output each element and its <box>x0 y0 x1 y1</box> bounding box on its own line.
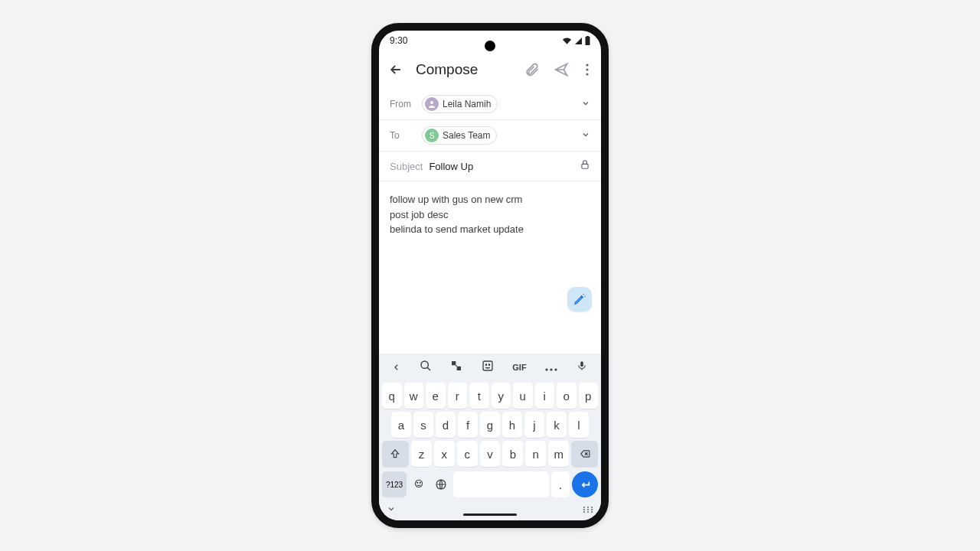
keyboard-grid-icon[interactable] <box>583 503 593 517</box>
translate-icon[interactable] <box>450 360 462 375</box>
keyboard-row-4: ?123 . <box>379 468 601 499</box>
avatar <box>425 97 439 111</box>
key-q[interactable]: q <box>382 383 402 409</box>
key-c[interactable]: c <box>457 441 478 467</box>
from-label: From <box>390 99 422 109</box>
attach-button[interactable] <box>523 60 541 79</box>
keyboard-row-1: q w e r t y u i o p <box>379 381 601 410</box>
magic-pen-icon <box>573 293 586 305</box>
svg-rect-4 <box>582 164 588 168</box>
key-d[interactable]: d <box>436 412 456 438</box>
svg-point-11 <box>555 368 557 370</box>
to-chip[interactable]: S Sales Team <box>422 126 497 145</box>
status-icons <box>562 36 590 45</box>
key-period[interactable]: . <box>551 471 570 497</box>
key-k[interactable]: k <box>547 412 567 438</box>
signal-icon <box>574 37 583 45</box>
key-enter[interactable] <box>572 471 598 497</box>
key-r[interactable]: r <box>448 383 468 409</box>
gif-button[interactable]: GIF <box>512 363 526 372</box>
svg-point-22 <box>591 509 593 510</box>
keyboard-row-3: z x c v b n m <box>379 439 601 468</box>
nav-handle[interactable] <box>463 514 517 516</box>
svg-point-5 <box>421 361 428 368</box>
more-button[interactable] <box>581 60 593 79</box>
key-z[interactable]: z <box>411 441 432 467</box>
key-o[interactable]: o <box>557 383 577 409</box>
key-j[interactable]: j <box>524 412 544 438</box>
svg-point-24 <box>587 511 589 513</box>
to-label: To <box>390 130 422 141</box>
kb-back-icon[interactable] <box>393 360 400 374</box>
wifi-icon <box>562 37 572 45</box>
chevron-down-icon[interactable] <box>581 99 590 110</box>
email-body[interactable]: follow up with gus on new crm post job d… <box>379 181 601 319</box>
camera-cutout <box>485 41 495 51</box>
phone-frame: 9:30 Compose From Leila Namih <box>371 23 609 528</box>
search-icon[interactable] <box>420 360 432 375</box>
from-name: Leila Namih <box>443 99 491 109</box>
key-i[interactable]: i <box>535 383 555 409</box>
key-w[interactable]: w <box>404 383 424 409</box>
key-x[interactable]: x <box>434 441 455 467</box>
body-line: belinda to send market update <box>390 222 590 237</box>
key-g[interactable]: g <box>480 412 500 438</box>
keyboard: GIF q w e r t y u i o p a s d f g h j k … <box>379 354 601 520</box>
page-title: Compose <box>416 61 512 78</box>
svg-point-7 <box>485 364 486 365</box>
subject-row[interactable]: Subject Follow Up <box>379 152 601 181</box>
svg-rect-6 <box>483 361 492 370</box>
svg-point-19 <box>591 507 593 508</box>
key-a[interactable]: a <box>391 412 411 438</box>
avatar: S <box>425 129 439 142</box>
key-y[interactable]: y <box>492 383 511 409</box>
key-l[interactable]: l <box>569 412 589 438</box>
key-backspace[interactable] <box>571 441 598 467</box>
key-language[interactable] <box>431 471 451 497</box>
svg-point-17 <box>583 507 585 508</box>
mic-icon[interactable] <box>577 360 587 375</box>
key-n[interactable]: n <box>525 441 546 467</box>
sticker-icon[interactable] <box>482 360 494 375</box>
from-row[interactable]: From Leila Namih <box>379 89 601 120</box>
svg-point-14 <box>417 482 418 483</box>
key-s[interactable]: s <box>413 412 433 438</box>
more-icon[interactable] <box>545 360 557 374</box>
send-button[interactable] <box>552 60 570 79</box>
svg-point-3 <box>430 101 433 104</box>
key-v[interactable]: v <box>480 441 501 467</box>
chevron-down-icon[interactable] <box>581 130 590 142</box>
back-button[interactable] <box>387 60 405 79</box>
key-f[interactable]: f <box>458 412 478 438</box>
key-symbols[interactable]: ?123 <box>382 471 407 497</box>
to-name: Sales Team <box>443 130 490 141</box>
svg-point-15 <box>420 482 420 483</box>
svg-point-8 <box>488 364 489 365</box>
key-m[interactable]: m <box>548 441 569 467</box>
subject-label: Subject <box>390 161 423 172</box>
lock-icon <box>580 159 590 173</box>
svg-point-23 <box>583 511 585 513</box>
svg-point-21 <box>587 509 589 510</box>
svg-point-20 <box>583 509 585 510</box>
to-row[interactable]: To S Sales Team <box>379 120 601 152</box>
svg-point-25 <box>591 511 593 513</box>
svg-point-9 <box>546 368 548 370</box>
status-time: 9:30 <box>390 35 407 46</box>
key-b[interactable]: b <box>502 441 523 467</box>
key-shift[interactable] <box>382 441 409 467</box>
svg-point-0 <box>586 64 588 66</box>
svg-point-18 <box>587 507 589 508</box>
body-line: post job desc <box>390 207 590 223</box>
key-p[interactable]: p <box>579 383 599 409</box>
key-e[interactable]: e <box>426 383 446 409</box>
collapse-keyboard-icon[interactable] <box>387 503 396 517</box>
from-chip[interactable]: Leila Namih <box>422 95 498 113</box>
keyboard-row-2: a s d f g h j k l <box>379 410 601 439</box>
key-t[interactable]: t <box>469 383 489 409</box>
key-h[interactable]: h <box>502 412 522 438</box>
ai-compose-button[interactable] <box>567 287 592 311</box>
key-emoji[interactable] <box>409 471 429 497</box>
key-space[interactable] <box>453 471 549 497</box>
key-u[interactable]: u <box>513 383 533 409</box>
